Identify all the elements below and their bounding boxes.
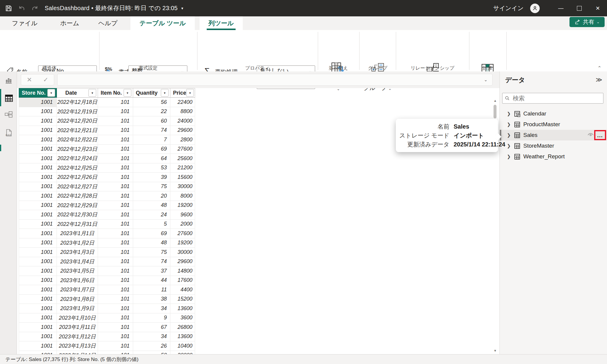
undo-icon[interactable] <box>17 4 26 13</box>
table-cell[interactable]: 101 <box>98 116 133 126</box>
table-cell[interactable]: 101 <box>98 323 133 332</box>
tree-item-storemaster[interactable]: ❯ StoreMaster <box>500 140 607 151</box>
table-cell[interactable]: 2023年1月13日 <box>57 341 98 351</box>
table-cell[interactable]: 2022年12月22日 <box>57 135 98 145</box>
table-cell[interactable]: 101 <box>98 238 133 248</box>
table-cell[interactable]: 21200 <box>170 163 195 173</box>
table-cell[interactable]: 2023年1月6日 <box>57 276 98 285</box>
redo-icon[interactable] <box>30 4 39 13</box>
table-cell[interactable]: 1001 <box>19 332 57 342</box>
commit-formula-icon[interactable]: ✓ <box>43 76 49 83</box>
table-cell[interactable]: 101 <box>98 257 133 267</box>
table-cell[interactable]: 1001 <box>19 107 57 117</box>
table-cell[interactable]: 19200 <box>170 238 195 248</box>
table-cell[interactable]: 48 <box>133 201 170 210</box>
table-cell[interactable]: 2023年1月10日 <box>57 313 98 323</box>
table-cell[interactable]: 75 <box>133 248 170 257</box>
table-cell[interactable]: 2022年12月25日 <box>57 163 98 173</box>
account-avatar[interactable] <box>530 4 540 13</box>
table-cell[interactable]: 2022年12月27日 <box>57 182 98 192</box>
table-cell[interactable]: 2022年12月20日 <box>57 116 98 126</box>
tab-help[interactable]: ヘルプ <box>91 16 125 30</box>
chevron-right-icon[interactable]: ❯ <box>507 143 511 149</box>
filter-icon[interactable]: ▾ <box>124 89 131 97</box>
table-cell[interactable]: 2023年1月7日 <box>57 285 98 295</box>
table-cell[interactable]: 101 <box>98 285 133 295</box>
table-cell[interactable]: 20000 <box>170 351 195 354</box>
table-cell[interactable]: 1001 <box>19 323 57 332</box>
tab-file[interactable]: ファイル <box>4 16 45 30</box>
table-cell[interactable]: 101 <box>98 351 133 354</box>
table-cell[interactable]: 101 <box>98 220 133 229</box>
table-cell[interactable]: 24000 <box>170 116 195 126</box>
save-icon[interactable] <box>4 4 13 13</box>
table-cell[interactable]: 1001 <box>19 276 57 285</box>
scroll-up-icon[interactable]: ▲ <box>494 99 497 102</box>
column-header-price[interactable]: Price ▾ <box>170 88 195 98</box>
table-cell[interactable]: 2022年12月24日 <box>57 154 98 163</box>
table-cell[interactable]: 101 <box>98 295 133 304</box>
table-view-icon[interactable] <box>4 93 13 102</box>
table-cell[interactable]: 101 <box>98 229 133 238</box>
table-cell[interactable]: 27600 <box>170 229 195 238</box>
tab-table-tools[interactable]: テーブル ツール <box>130 16 194 30</box>
table-cell[interactable]: 1001 <box>19 135 57 145</box>
table-cell[interactable]: 74 <box>133 257 170 267</box>
table-cell[interactable]: 1001 <box>19 201 57 210</box>
scroll-down-icon[interactable]: ▼ <box>494 349 497 352</box>
table-cell[interactable]: 17600 <box>170 276 195 285</box>
table-cell[interactable]: 2000 <box>170 220 195 229</box>
table-cell[interactable]: 101 <box>98 191 133 201</box>
table-cell[interactable]: 2022年12月18日 <box>57 98 98 107</box>
table-cell[interactable]: 2023年1月9日 <box>57 304 98 313</box>
table-cell[interactable]: 53 <box>133 163 170 173</box>
column-header-item-no[interactable]: Item No. ▾ <box>98 88 133 98</box>
table-cell[interactable]: 9600 <box>170 210 195 220</box>
cancel-formula-icon[interactable]: ✕ <box>27 76 32 83</box>
table-cell[interactable]: 2023年1月8日 <box>57 295 98 304</box>
table-cell[interactable]: 37 <box>133 266 170 276</box>
table-cell[interactable]: 1001 <box>19 304 57 313</box>
table-cell[interactable]: 101 <box>98 210 133 220</box>
column-header-date[interactable]: Date ▾ <box>57 88 98 98</box>
table-cell[interactable]: 101 <box>98 266 133 276</box>
filter-icon[interactable]: ▾ <box>186 89 194 97</box>
sign-in-button[interactable]: サインイン <box>493 4 524 12</box>
table-cell[interactable]: 101 <box>98 135 133 145</box>
title-dropdown-caret[interactable]: ▼ <box>180 7 184 10</box>
table-cell[interactable]: 60 <box>133 116 170 126</box>
table-cell[interactable]: 2023年1月5日 <box>57 266 98 276</box>
tab-column-tools[interactable]: 列ツール <box>200 16 243 30</box>
table-cell[interactable]: 1001 <box>19 116 57 126</box>
table-cell[interactable]: 101 <box>98 154 133 163</box>
table-cell[interactable]: 1001 <box>19 173 57 182</box>
table-cell[interactable]: 34 <box>133 304 170 313</box>
table-cell[interactable]: 101 <box>98 163 133 173</box>
table-cell[interactable]: 2023年1月1日 <box>57 229 98 238</box>
table-cell[interactable]: 29600 <box>170 126 195 135</box>
table-cell[interactable]: 56 <box>133 98 170 107</box>
table-cell[interactable]: 101 <box>98 145 133 154</box>
table-cell[interactable]: 1001 <box>19 210 57 220</box>
table-cell[interactable]: 50 <box>133 351 170 354</box>
table-cell[interactable]: 1001 <box>19 266 57 276</box>
table-cell[interactable]: 75 <box>133 182 170 192</box>
table-cell[interactable]: 30000 <box>170 248 195 257</box>
filter-icon[interactable]: ▾ <box>88 89 96 97</box>
table-cell[interactable]: 44 <box>133 276 170 285</box>
table-cell[interactable]: 101 <box>98 313 133 323</box>
table-cell[interactable]: 8000 <box>170 191 195 201</box>
table-cell[interactable]: 69 <box>133 145 170 154</box>
table-cell[interactable]: 1001 <box>19 220 57 229</box>
table-cell[interactable]: 1001 <box>19 154 57 163</box>
table-cell[interactable]: 30000 <box>170 182 195 192</box>
table-cell[interactable]: 2022年12月29日 <box>57 201 98 210</box>
table-cell[interactable]: 2022年12月28日 <box>57 191 98 201</box>
close-button[interactable]: ✕ <box>589 0 607 16</box>
table-cell[interactable]: 101 <box>98 107 133 117</box>
table-cell[interactable]: 64 <box>133 154 170 163</box>
report-view-icon[interactable] <box>4 76 13 85</box>
table-cell[interactable]: 7 <box>133 135 170 145</box>
chevron-right-icon[interactable]: ❯ <box>507 122 511 127</box>
table-cell[interactable]: 1001 <box>19 191 57 201</box>
